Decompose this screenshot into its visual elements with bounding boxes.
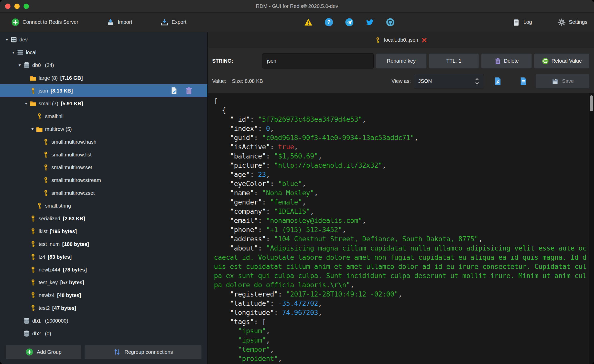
key-icon (29, 253, 38, 261)
json-line: "guid": "c0ad9618-90f3-41e0-9934-13ac53a… (214, 133, 588, 142)
save-button[interactable]: Save (536, 74, 589, 88)
tree-row-small-multirow-zset[interactable]: small:multirow:zset (0, 187, 207, 199)
close-window-button[interactable] (5, 4, 10, 9)
key-icon (29, 87, 38, 95)
database-icon (23, 317, 32, 325)
tree-item-label: small:multirow:zset (51, 190, 95, 196)
connect-label: Connect to Redis Server (23, 19, 78, 25)
zoom-window-button[interactable] (24, 4, 29, 9)
view-as-dropdown[interactable]: JSON (414, 74, 484, 88)
export-button[interactable]: Export (160, 18, 187, 26)
tree-row-serialized[interactable]: serialized[2.63 KB] (0, 212, 207, 225)
tree-row-lkist[interactable]: lkist[195 bytes] (0, 225, 207, 238)
view-as-value: JSON (418, 78, 432, 84)
rename-key-button[interactable]: Rename key (376, 53, 427, 69)
tree-row-lz4[interactable]: lz4[83 bytes] (0, 251, 207, 263)
json-line: "proident", (214, 354, 588, 363)
export-icon (160, 18, 169, 26)
json-line: "_id": "5f7b26973c483ea3479d4e53", (214, 115, 588, 124)
json-viewer[interactable]: [ { "_id": "5f7b26973c483ea3479d4e53", "… (208, 93, 594, 364)
tree-row-test-key[interactable]: test_key[57 bytes] (0, 276, 207, 289)
key-size: [78 bytes] (63, 267, 87, 273)
tree-row-small-7-[interactable]: ▼small (7)[5.91 KB] (0, 97, 207, 110)
edit-key-icon[interactable] (170, 87, 178, 95)
tab-label[interactable]: local::db0::json (384, 37, 418, 43)
delete-key-icon[interactable] (185, 87, 193, 95)
tree-row-db2[interactable]: db2(0) (0, 327, 207, 338)
regroup-connections-button[interactable]: Regroup connections (84, 345, 202, 359)
import-button[interactable]: Import (106, 18, 132, 26)
expand-arrow-icon[interactable]: ▼ (23, 101, 29, 106)
tree-item-label: small:string (45, 203, 71, 209)
json-line: "tags": [ (214, 317, 588, 326)
key-size: [48 bytes] (57, 292, 81, 298)
window-title: RDM - GUI for Redis® 2020.5.0-dev (256, 3, 338, 9)
add-group-button[interactable]: Add Group (6, 345, 81, 359)
key-size: [195 bytes] (50, 229, 77, 234)
sort-arrows-icon (113, 348, 121, 356)
tree-row-small-hll[interactable]: small:hll (0, 110, 207, 123)
reload-value-button[interactable]: Reload Value (534, 53, 589, 69)
telegram-icon[interactable] (345, 18, 354, 27)
tree-row-multirow-5-[interactable]: ▼multirow (5) (0, 123, 207, 135)
scrollbar-track[interactable] (589, 93, 594, 364)
ttl-button[interactable]: TTL:-1 (429, 53, 479, 69)
tree-row-test-num[interactable]: test_num[180 bytes] (0, 238, 207, 251)
json-line: "company": "IDEALIS", (214, 207, 588, 216)
tree-row-db0[interactable]: ▼db0(24) (0, 59, 207, 72)
open-value-in-editor-icon[interactable] (493, 77, 502, 86)
tree-row-small-multirow-stream[interactable]: small:multirow:stream (0, 174, 207, 187)
tree-row-json[interactable]: json[8.13 KB] (0, 84, 207, 97)
tree-row-dev[interactable]: ▼dev (0, 33, 207, 46)
key-icon (29, 304, 38, 312)
expand-arrow-icon[interactable]: ▼ (29, 127, 36, 131)
key-size: [47 bytes] (52, 305, 76, 311)
value-bar-right: View as: JSON Save (392, 74, 589, 88)
tree-row-small-string[interactable]: small:string (0, 199, 207, 212)
expand-arrow-icon[interactable]: ▼ (10, 50, 17, 54)
warning-icon[interactable] (304, 18, 313, 27)
github-icon[interactable] (386, 18, 395, 27)
sidebar-button-bar: Add Group Regroup connections (0, 340, 207, 364)
key-icon (29, 228, 38, 235)
settings-button[interactable]: Settings (558, 18, 587, 26)
expand-arrow-icon[interactable]: ▼ (16, 63, 23, 67)
minimize-window-button[interactable] (14, 4, 20, 9)
scrollbar-thumb[interactable] (590, 95, 593, 111)
connection-icon (10, 36, 19, 43)
tab-close-icon[interactable] (421, 37, 427, 43)
json-line: "longitude": 74.967203, (214, 308, 588, 317)
tree-row-local[interactable]: ▼local (0, 46, 207, 59)
key-name-input[interactable] (262, 53, 374, 69)
tree-item-label: test_key (39, 280, 58, 286)
view-as-label: View as: (392, 78, 411, 84)
database-icon (23, 330, 32, 337)
tree-row-newlz444[interactable]: newlz444[78 bytes] (0, 263, 207, 276)
json-line: "isActive": true, (214, 142, 588, 152)
view-as-text-icon[interactable] (519, 77, 528, 86)
tree-item-label: small:hll (45, 113, 63, 119)
tree-row-db1[interactable]: db1(1000000) (0, 314, 207, 327)
tree-row-small-multirow-hash[interactable]: small:multirow:hash (0, 135, 207, 148)
tree-row-small-multirow-set[interactable]: small:multirow:set (0, 161, 207, 174)
connect-to-redis-server-button[interactable]: Connect to Redis Server (11, 18, 78, 26)
delete-key-button[interactable]: Delete (481, 53, 532, 69)
toolbar-status-icons: ? (304, 18, 395, 27)
tree-row-small-multirow-list[interactable]: small:multirow:list (0, 148, 207, 161)
tree-item-label: small:multirow:stream (51, 177, 101, 183)
log-button[interactable]: Log (512, 18, 532, 26)
tree-row-large-8-[interactable]: large (8)[7.16 GB] (0, 72, 207, 84)
tab-bar: local::db0::json (208, 32, 594, 48)
tree-item-label: newlz4 (39, 292, 55, 298)
toolbar-left: Connect to Redis Server Import Export (0, 18, 186, 26)
twitter-icon[interactable] (365, 18, 374, 27)
tree-row-test2[interactable]: test2[47 bytes] (0, 302, 207, 314)
tree-row-newlz4[interactable]: newlz4[48 bytes] (0, 289, 207, 302)
key-icon (36, 112, 45, 120)
connection-tree[interactable]: ▼dev▼local▼db0(24)large (8)[7.16 GB]json… (0, 33, 207, 338)
key-size: [2.63 KB] (63, 216, 85, 222)
connections-sidebar: ▼dev▼local▼db0(24)large (8)[7.16 GB]json… (0, 32, 207, 364)
key-icon (29, 291, 38, 299)
expand-arrow-icon[interactable]: ▼ (4, 38, 10, 42)
help-icon[interactable]: ? (325, 18, 333, 27)
